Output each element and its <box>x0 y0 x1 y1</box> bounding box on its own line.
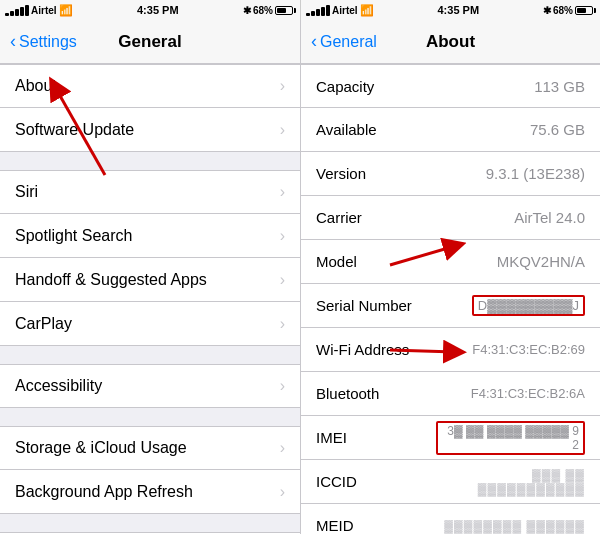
settings-item-carplay[interactable]: CarPlay › <box>0 302 300 346</box>
signal-icon-right <box>306 5 330 16</box>
about-item-serial: Serial Number D▓▓▓▓▓▓▓▓▓J <box>301 284 600 328</box>
status-bar-row: Airtel 📶 4:35 PM ✱ 68% Airtel 📶 <box>0 0 600 20</box>
about-label-version: Version <box>316 165 436 182</box>
about-item-model: Model MKQV2HN/A <box>301 240 600 284</box>
right-carrier: Airtel <box>332 5 358 16</box>
settings-item-siri[interactable]: Siri › <box>0 170 300 214</box>
settings-item-storage[interactable]: Storage & iCloud Usage › <box>0 426 300 470</box>
left-status-bar: Airtel 📶 4:35 PM ✱ 68% <box>0 0 300 20</box>
settings-item-spotlight[interactable]: Spotlight Search › <box>0 214 300 258</box>
item-label-accessibility: Accessibility <box>15 377 280 395</box>
battery-icon-right <box>575 6 596 15</box>
item-label-siri: Siri <box>15 183 280 201</box>
right-battery-pct: 68% <box>553 5 573 16</box>
item-label-background-refresh: Background App Refresh <box>15 483 280 501</box>
bluetooth-icon: ✱ <box>243 5 251 16</box>
item-label-storage: Storage & iCloud Usage <box>15 439 280 457</box>
about-value-carrier: AirTel 24.0 <box>514 209 585 226</box>
item-label-spotlight: Spotlight Search <box>15 227 280 245</box>
chevron-icon-siri: › <box>280 183 285 201</box>
chevron-icon-software-update: › <box>280 121 285 139</box>
wifi-icon: 📶 <box>59 4 73 17</box>
left-nav-bar: ‹ Settings General <box>0 20 300 64</box>
about-value-meid: ▓▓▓▓▓▓▓▓ ▓▓▓▓▓▓ <box>444 519 585 533</box>
wifi-icon-right: 📶 <box>360 4 374 17</box>
about-value-serial: D▓▓▓▓▓▓▓▓▓J <box>472 295 585 316</box>
chevron-icon-about: › <box>280 77 285 95</box>
settings-item-handoff[interactable]: Handoff & Suggested Apps › <box>0 258 300 302</box>
right-back-button[interactable]: ‹ General <box>311 31 377 52</box>
about-value-imei: 3▓ ▓▓ ▓▓▓▓ ▓▓▓▓▓ 9 2 <box>436 421 585 455</box>
about-label-wifi: Wi-Fi Address <box>316 341 436 358</box>
right-screen: ‹ General About Capacity 113 GB Availabl… <box>300 20 600 534</box>
right-nav-title: About <box>426 32 475 52</box>
section-gap-4 <box>0 514 300 532</box>
right-settings-list: Capacity 113 GB Available 75.6 GB Versio… <box>301 64 600 534</box>
about-value-model: MKQV2HN/A <box>497 253 585 270</box>
settings-item-software-update[interactable]: Software Update › <box>0 108 300 152</box>
left-battery-pct: 68% <box>253 5 273 16</box>
right-time: 4:35 PM <box>437 4 479 16</box>
back-chevron-icon-right: ‹ <box>311 31 317 52</box>
settings-item-background-refresh[interactable]: Background App Refresh › <box>0 470 300 514</box>
about-item-meid: MEID ▓▓▓▓▓▓▓▓ ▓▓▓▓▓▓ <box>301 504 600 534</box>
battery-icon <box>275 6 296 15</box>
item-label-software-update: Software Update <box>15 121 280 139</box>
left-screen: ‹ Settings General About › Software Upda… <box>0 20 300 534</box>
about-label-bluetooth: Bluetooth <box>316 385 436 402</box>
about-item-iccid: ICCID ▓▓▓ ▓▓ ▓▓▓▓▓▓▓▓▓▓▓ <box>301 460 600 504</box>
about-item-bluetooth: Bluetooth F4:31:C3:EC:B2:6A <box>301 372 600 416</box>
about-label-carrier: Carrier <box>316 209 436 226</box>
section-gap-1 <box>0 152 300 170</box>
right-back-label: General <box>320 33 377 51</box>
about-value-available: 75.6 GB <box>530 121 585 138</box>
left-settings-list: About › Software Update › Siri › Spotlig… <box>0 64 300 534</box>
section-gap-2 <box>0 346 300 364</box>
item-label-handoff: Handoff & Suggested Apps <box>15 271 280 289</box>
right-status-bar: Airtel 📶 4:35 PM ✱ 68% <box>300 0 600 20</box>
left-time: 4:35 PM <box>137 4 179 16</box>
about-item-carrier: Carrier AirTel 24.0 <box>301 196 600 240</box>
about-label-meid: MEID <box>316 517 436 534</box>
about-value-wifi: F4:31:C3:EC:B2:69 <box>472 342 585 357</box>
screens-container: ‹ Settings General About › Software Upda… <box>0 20 600 534</box>
item-label-about: About <box>15 77 280 95</box>
about-item-wifi: Wi-Fi Address F4:31:C3:EC:B2:69 <box>301 328 600 372</box>
about-label-model: Model <box>316 253 436 270</box>
chevron-icon-carplay: › <box>280 315 285 333</box>
chevron-icon-spotlight: › <box>280 227 285 245</box>
about-item-capacity: Capacity 113 GB <box>301 64 600 108</box>
about-value-version: 9.3.1 (13E238) <box>486 165 585 182</box>
chevron-icon-handoff: › <box>280 271 285 289</box>
settings-item-accessibility[interactable]: Accessibility › <box>0 364 300 408</box>
about-label-capacity: Capacity <box>316 78 436 95</box>
about-label-iccid: ICCID <box>316 473 436 490</box>
about-value-iccid: ▓▓▓ ▓▓ ▓▓▓▓▓▓▓▓▓▓▓ <box>436 468 585 496</box>
left-carrier: Airtel <box>31 5 57 16</box>
about-label-serial: Serial Number <box>316 297 436 314</box>
about-label-available: Available <box>316 121 436 138</box>
back-chevron-icon: ‹ <box>10 31 16 52</box>
item-label-carplay: CarPlay <box>15 315 280 333</box>
about-item-available: Available 75.6 GB <box>301 108 600 152</box>
left-back-label: Settings <box>19 33 77 51</box>
about-item-imei: IMEI 3▓ ▓▓ ▓▓▓▓ ▓▓▓▓▓ 9 2 <box>301 416 600 460</box>
left-back-button[interactable]: ‹ Settings <box>10 31 77 52</box>
about-value-capacity: 113 GB <box>534 78 585 95</box>
section-gap-3 <box>0 408 300 426</box>
settings-item-about[interactable]: About › <box>0 64 300 108</box>
about-value-bluetooth: F4:31:C3:EC:B2:6A <box>471 386 585 401</box>
chevron-icon-background-refresh: › <box>280 483 285 501</box>
chevron-icon-accessibility: › <box>280 377 285 395</box>
chevron-icon-storage: › <box>280 439 285 457</box>
about-label-imei: IMEI <box>316 429 436 446</box>
right-nav-bar: ‹ General About <box>301 20 600 64</box>
left-nav-title: General <box>118 32 181 52</box>
signal-icon <box>5 5 29 16</box>
bluetooth-icon-right: ✱ <box>543 5 551 16</box>
about-item-version: Version 9.3.1 (13E238) <box>301 152 600 196</box>
